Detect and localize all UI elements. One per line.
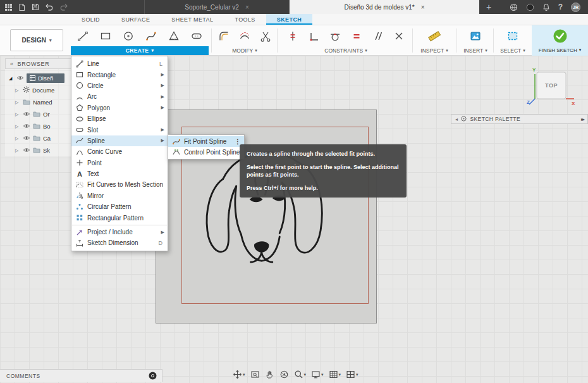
tab-tools[interactable]: TOOLS xyxy=(224,14,266,25)
visibility-eye-icon[interactable] xyxy=(16,75,24,82)
spline-submenu: Fit Point Spline ⋮ Control Point Spline xyxy=(168,134,245,160)
visibility-eye-icon[interactable] xyxy=(23,111,30,118)
collapse-panel-icon[interactable]: « xyxy=(10,61,14,67)
file-menu-icon[interactable] xyxy=(18,3,26,11)
help-icon[interactable]: ? xyxy=(558,3,563,11)
menu-item-line[interactable]: Line L xyxy=(71,58,168,69)
slot-tool-icon[interactable] xyxy=(187,27,206,45)
menu-item-arc[interactable]: Arc ▶ xyxy=(71,91,168,102)
project-include-icon xyxy=(75,229,84,236)
select-window-icon[interactable] xyxy=(503,27,522,45)
menu-item-rectangular-pattern[interactable]: Rectangular Pattern xyxy=(71,212,168,223)
comments-badge-icon[interactable] xyxy=(149,372,157,380)
insert-image-icon[interactable] xyxy=(466,27,485,45)
parallel-constraint-icon[interactable] xyxy=(368,27,387,45)
tab-surface[interactable]: SURFACE xyxy=(111,14,161,25)
folder-icon xyxy=(33,135,40,142)
avatar[interactable]: JR xyxy=(571,3,580,12)
tab-sheet-metal[interactable]: SHEET METAL xyxy=(161,14,224,25)
zoom-tool[interactable]: ▾ xyxy=(294,370,307,379)
document-tab-inactive[interactable]: Soporte_Celular v2 × xyxy=(144,0,290,14)
fillet-tool-icon[interactable] xyxy=(216,27,232,45)
circle-tool-icon[interactable] xyxy=(119,27,138,45)
design-workspace-button[interactable]: DESIGN ▾ xyxy=(10,29,63,51)
insert-dropdown[interactable]: INSERT ▾ xyxy=(459,46,492,54)
menu-item-point[interactable]: Point xyxy=(71,158,168,168)
menu-item-fit-curves-to-mesh[interactable]: Fit Curves to Mesh Section xyxy=(71,179,168,190)
tangent-constraint-icon[interactable] xyxy=(326,27,345,45)
save-icon[interactable] xyxy=(32,3,39,11)
close-tab-icon[interactable]: × xyxy=(245,4,249,11)
new-document-tab-button[interactable]: + xyxy=(479,0,498,14)
menu-item-conic-curve[interactable]: Conic Curve xyxy=(71,146,168,157)
tab-solid[interactable]: SOLID xyxy=(71,14,111,25)
offset-tool-icon[interactable] xyxy=(237,27,253,45)
select-dropdown[interactable]: SELECT ▾ xyxy=(496,46,530,54)
expand-arrow-icon[interactable]: ▷ xyxy=(15,124,20,129)
point-icon xyxy=(75,159,84,166)
modify-dropdown[interactable]: MODIFY ▾ xyxy=(216,46,273,54)
coincident-constraint-icon[interactable] xyxy=(283,27,302,45)
selected-document-node[interactable]: Diseñ xyxy=(27,73,64,83)
visibility-eye-icon[interactable] xyxy=(23,135,30,142)
expand-arrow-icon[interactable]: ◢ xyxy=(9,76,14,81)
viewcube[interactable]: Y TOP X Z xyxy=(526,66,577,109)
menu-item-polygon[interactable]: Polygon ▶ xyxy=(71,103,168,113)
finish-sketch-button[interactable]: FINISH SKETCH ▾ xyxy=(532,25,588,56)
document-icon xyxy=(30,75,35,81)
expand-arrow-icon[interactable]: ▷ xyxy=(15,136,20,141)
menu-item-slot[interactable]: Slot ▶ xyxy=(71,124,168,135)
pan-tool[interactable]: ▾ xyxy=(233,370,245,379)
menu-item-spline[interactable]: Spline ▶ xyxy=(71,135,168,146)
expand-arrow-icon[interactable]: ▷ xyxy=(15,148,20,153)
visibility-eye-icon[interactable] xyxy=(23,123,30,130)
pan-hand-tool[interactable] xyxy=(265,370,274,379)
visibility-eye-icon[interactable] xyxy=(23,147,30,154)
inspect-dropdown[interactable]: INSPECT ▾ xyxy=(412,46,456,54)
rectangle-tool-icon[interactable] xyxy=(96,27,115,45)
app-grid-menu-icon[interactable] xyxy=(5,4,12,11)
options-kebab-icon[interactable]: ⋮ xyxy=(235,138,241,145)
job-status-icon[interactable] xyxy=(526,3,534,11)
redo-icon[interactable] xyxy=(59,3,68,11)
orbit-tool[interactable] xyxy=(279,370,289,379)
measure-ruler-icon[interactable] xyxy=(425,27,444,45)
menu-item-fit-point-spline[interactable]: Fit Point Spline ⋮ xyxy=(168,136,244,147)
expand-arrow-icon[interactable]: ▷ xyxy=(15,88,20,93)
sketch-palette-header[interactable]: ◂ SKETCH PALETTE ▸▸ xyxy=(451,114,588,124)
menu-item-text[interactable]: A Text xyxy=(71,168,168,179)
menu-item-control-point-spline[interactable]: Control Point Spline xyxy=(168,147,244,158)
menu-item-circle[interactable]: Circle ▶ xyxy=(71,80,168,91)
undo-icon[interactable] xyxy=(45,3,54,11)
menu-item-sketch-dimension[interactable]: Sketch Dimension D xyxy=(71,237,168,248)
create-dropdown[interactable]: CREATE ▾ xyxy=(71,46,209,55)
menu-item-mirror[interactable]: Mirror xyxy=(71,191,168,201)
expand-arrow-icon[interactable]: ▷ xyxy=(15,112,20,117)
finish-check-icon xyxy=(553,28,568,46)
fit-view-tool[interactable] xyxy=(250,370,260,379)
constraints-dropdown[interactable]: CONSTRAINTS ▾ xyxy=(283,46,408,54)
expand-right-icon[interactable]: ▸▸ xyxy=(581,116,584,122)
menu-item-ellipse[interactable]: Ellipse xyxy=(71,113,168,124)
polygon-tool-icon[interactable] xyxy=(164,27,183,45)
spline-tool-icon[interactable] xyxy=(142,27,161,45)
tab-sketch[interactable]: SKETCH xyxy=(266,14,312,25)
menu-item-circular-pattern[interactable]: Circular Pattern xyxy=(71,201,168,212)
notifications-bell-icon[interactable] xyxy=(542,3,550,11)
expand-arrow-icon[interactable]: ▷ xyxy=(15,100,20,105)
line-tool-icon[interactable] xyxy=(73,27,92,45)
viewports-tool[interactable]: ▾ xyxy=(346,370,358,379)
perpendicular-constraint-icon[interactable] xyxy=(389,27,408,45)
grid-snaps-tool[interactable]: ▾ xyxy=(329,370,341,379)
comments-bar[interactable]: COMMENTS xyxy=(0,369,162,382)
menu-item-rectangle[interactable]: Rectangle ▶ xyxy=(71,69,168,80)
menu-separator xyxy=(72,225,167,225)
horizontal-vertical-constraint-icon[interactable] xyxy=(305,27,324,45)
menu-item-project-include[interactable]: Project / Include ▶ xyxy=(71,227,168,237)
close-tab-icon[interactable]: × xyxy=(421,4,425,11)
extensions-icon[interactable] xyxy=(510,3,518,11)
display-settings-tool[interactable]: ▾ xyxy=(311,370,324,379)
trim-scissors-icon[interactable] xyxy=(257,27,273,45)
equal-constraint-icon[interactable] xyxy=(347,27,366,45)
document-tab-active[interactable]: Diseño 3d de moldes v1* × xyxy=(290,0,479,14)
